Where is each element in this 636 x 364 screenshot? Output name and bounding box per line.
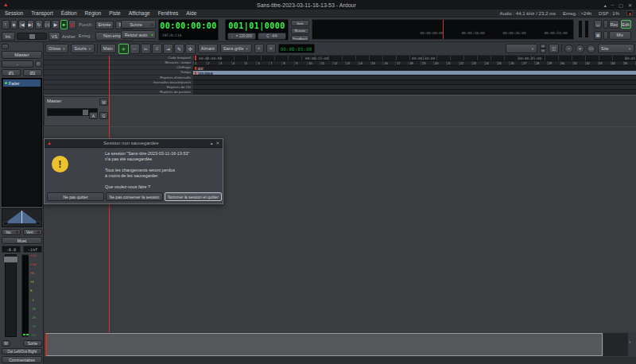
strip-options-button[interactable] <box>2 44 9 49</box>
strip-fader-track[interactable] <box>5 254 17 337</box>
name-and-quit-button[interactable]: Nommer la session et quitter <box>165 192 222 201</box>
internal-edit-tool-button[interactable]: ✣ <box>185 44 196 54</box>
recorder-page-button[interactable]: Rec <box>609 20 619 29</box>
strip-fader-handle[interactable] <box>3 256 18 263</box>
metering-point-button[interactable]: Sortie <box>23 340 42 347</box>
marker-combo[interactable]: ▼ <box>506 44 537 53</box>
save-view-icon[interactable]: ◫ <box>549 44 559 53</box>
solo-isolate-button[interactable]: Iso. <box>2 229 21 235</box>
zoom-in-button[interactable]: + <box>576 45 584 53</box>
track-mute-button[interactable]: M <box>99 99 108 106</box>
editor-canvas[interactable]: Master M A G <box>44 95 636 332</box>
discard-session-button[interactable]: Ne pas conserver la session <box>106 192 163 201</box>
listen-button[interactable]: Écoute <box>291 28 309 34</box>
grid-dropdown[interactable]: Sans grille▼ <box>220 44 252 53</box>
smart-mode-button[interactable]: Main <box>100 44 116 53</box>
draw-tool-button[interactable]: ✎ <box>174 44 184 54</box>
zoom-focus-dropdown[interactable]: Site▼ <box>598 44 634 53</box>
meter-button[interactable]: C : 4/4 <box>258 33 286 40</box>
feedback-button[interactable]: Feedback <box>291 35 309 41</box>
sync-source-button[interactable]: Int. <box>2 32 15 41</box>
shuttle-slider[interactable] <box>17 33 47 40</box>
output-button[interactable]: Out Left/Out Right <box>2 348 42 354</box>
pan-control[interactable] <box>2 208 42 227</box>
processor-active-led-icon[interactable] <box>5 82 7 84</box>
menu-item[interactable]: Édition <box>61 10 77 16</box>
track-group-button[interactable]: G <box>99 112 108 119</box>
snap-button[interactable]: Aimant <box>198 44 218 53</box>
varispeed-button[interactable]: VS <box>48 32 60 41</box>
follow-playhead-button[interactable]: Suivre <box>121 20 156 29</box>
grab-tool-button[interactable]: ✛ <box>118 44 129 54</box>
summary-scroll-right-icon[interactable]: › <box>629 339 630 345</box>
solo-lock-button[interactable]: Verr. <box>23 229 42 235</box>
maximize-icon[interactable]: ▢ <box>619 2 623 8</box>
menu-item[interactable]: Piste <box>109 10 120 16</box>
loop-button[interactable]: ↻ <box>35 20 43 29</box>
mouse-mode-dropdown[interactable]: Souris▼ <box>71 44 95 53</box>
track-gain-handle[interactable] <box>83 110 88 115</box>
comments-button[interactable]: Commentaires <box>2 356 42 363</box>
pan-position-handle[interactable] <box>21 211 22 223</box>
track-automation-button[interactable]: A <box>89 112 98 119</box>
trim-knob[interactable] <box>35 60 42 68</box>
aux-mode-icon[interactable] <box>603 31 608 40</box>
menu-item[interactable]: Transport <box>31 10 53 16</box>
close-icon[interactable]: ✕ <box>628 2 632 8</box>
dialog-title-bar[interactable]: ▲ Session non sauvegardée ▴ ✕ <box>45 139 223 148</box>
processor-box[interactable]: Fader <box>2 78 42 207</box>
minimize-icon[interactable]: − <box>611 2 615 8</box>
goto-start-button[interactable]: |◀ <box>18 20 26 29</box>
fader-processor-entry[interactable]: Fader <box>3 79 41 87</box>
lock-button[interactable]: ◈ <box>10 20 18 29</box>
phase-invert-2-button[interactable]: Ø2 <box>23 69 42 76</box>
menu-item[interactable]: Affichage <box>129 10 150 16</box>
primary-clock[interactable]: 00:00:00:00 INT/0:C16 <box>158 19 219 41</box>
zoom-to-session-button[interactable]: ▭ <box>587 45 595 53</box>
phase-invert-1-button[interactable]: Ø1 <box>2 69 21 76</box>
timecode-ruler[interactable]: 00:00:00:0000:00:15:0000:00:30:0000:00:4… <box>193 56 636 61</box>
secondary-clock[interactable]: 001|01|0000 ♩ = 120,000 C : 4/4 <box>225 19 289 41</box>
selection-mode-icon[interactable]: ▭ <box>594 20 602 29</box>
editor-page-button[interactable]: Edit <box>621 20 631 29</box>
auto-return-button[interactable]: Retour auto <box>121 30 156 39</box>
audition-tool-button[interactable]: ♫ <box>152 44 162 54</box>
dialog-shade-icon[interactable]: ▴ <box>211 141 213 145</box>
dialog-close-icon[interactable]: ✕ <box>215 141 219 145</box>
stretch-tool-button[interactable]: ⇥ <box>163 44 173 54</box>
mini-timeline[interactable]: 00:00:00:0000:00:18:0000:00:36:0000:00:5… <box>312 19 574 40</box>
nudge-clock[interactable]: 00:00:05:00 <box>278 44 315 53</box>
pin-icon[interactable]: ▴ <box>604 2 607 8</box>
layer-mode-icon[interactable] <box>603 20 608 29</box>
menu-item[interactable]: Fenêtres <box>158 10 179 16</box>
midi-panic-button[interactable]: ! <box>2 20 10 29</box>
peak-display[interactable]: -inf <box>23 246 42 253</box>
stop-button[interactable]: ■ <box>60 20 68 29</box>
range-tool-button[interactable]: ↔ <box>130 44 140 54</box>
gain-display[interactable]: -0.0 <box>2 246 21 253</box>
meter-marker[interactable]: 4/4 <box>195 67 204 71</box>
menu-item[interactable]: Région <box>85 10 102 16</box>
tempo-button[interactable]: ♩ = 120,000 <box>227 33 256 40</box>
menu-item[interactable]: Session <box>5 10 23 16</box>
nudge-forward-button[interactable]: > <box>266 44 276 53</box>
drag-mode-dropdown[interactable]: Glisse▼ <box>45 44 68 53</box>
mute-button[interactable]: Muet <box>2 237 42 244</box>
snapshot-icon[interactable]: ▦ <box>594 31 602 40</box>
menu-item[interactable]: Aide <box>186 10 196 16</box>
play-button[interactable]: ▶ <box>52 20 60 29</box>
visible-tracks-stepper[interactable]: ▲▼ <box>540 44 546 53</box>
shuttle-handle[interactable] <box>29 34 35 39</box>
play-range-button[interactable]: ▷| <box>44 20 52 29</box>
input-selector-button[interactable]: - <box>2 60 33 68</box>
dont-quit-button[interactable]: Ne pas quitter <box>47 192 104 201</box>
nudge-back-button[interactable]: < <box>254 44 264 53</box>
solo-button[interactable]: Solo <box>291 20 309 26</box>
goto-end-button[interactable]: ▶| <box>27 20 35 29</box>
metering-mode-button[interactable]: M <box>2 340 10 347</box>
error-log-button[interactable] <box>626 10 633 16</box>
zoom-out-button[interactable]: − <box>564 45 573 53</box>
mixer-page-button[interactable]: Mix <box>609 31 631 40</box>
summary-overview[interactable] <box>45 333 603 356</box>
tempo-marker[interactable]: 120,000/4 <box>195 72 215 76</box>
